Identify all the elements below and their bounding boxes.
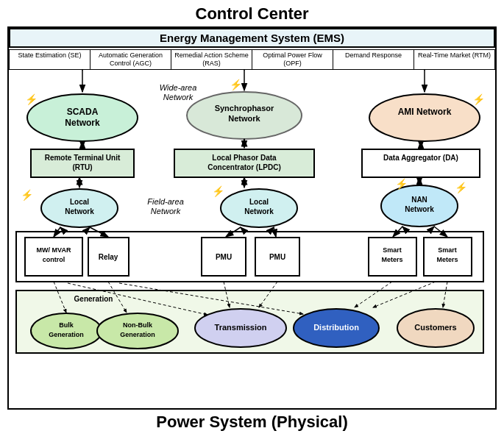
svg-text:Local: Local	[249, 198, 269, 206]
svg-line-102	[119, 283, 303, 314]
svg-text:NAN: NAN	[411, 196, 427, 204]
svg-point-93	[195, 309, 286, 347]
svg-point-41	[221, 189, 297, 227]
svg-line-81	[393, 227, 402, 237]
svg-text:(RTU): (RTU)	[72, 163, 92, 171]
svg-point-87	[31, 313, 102, 349]
svg-text:⚡: ⚡	[21, 189, 34, 202]
svg-line-99	[54, 282, 66, 313]
svg-rect-58	[25, 238, 82, 276]
svg-text:Local: Local	[70, 198, 89, 206]
svg-point-38	[41, 189, 118, 227]
power-title: Power System (Physical)	[0, 410, 504, 433]
svg-text:⚡: ⚡	[25, 93, 38, 106]
svg-text:Concentrator (LPDC): Concentrator (LPDC)	[207, 163, 280, 171]
svg-line-104	[259, 282, 277, 307]
ems-cell-agc: Automatic Generation Control (AGC)	[90, 50, 171, 69]
svg-text:Network: Network	[244, 207, 274, 215]
svg-text:Network: Network	[65, 118, 100, 128]
svg-point-8	[187, 92, 302, 139]
svg-point-97	[397, 309, 474, 347]
ems-cell-ras: Remedial Action Scheme (RAS)	[171, 50, 252, 69]
svg-rect-57	[16, 232, 483, 282]
svg-rect-61	[88, 238, 129, 276]
svg-line-80	[272, 227, 274, 229]
svg-point-95	[294, 309, 379, 347]
svg-line-103	[224, 282, 230, 307]
svg-text:PMU: PMU	[269, 253, 285, 261]
svg-text:⚡: ⚡	[212, 185, 225, 198]
svg-text:⚡: ⚡	[455, 182, 468, 194]
svg-text:MW/ MVAR: MW/ MVAR	[37, 246, 71, 254]
ems-cell-dr: Demand Response	[333, 50, 414, 69]
svg-text:Generation: Generation	[120, 331, 155, 338]
svg-text:Relay: Relay	[99, 253, 118, 261]
ems-cell-rtm: Real-Time Market (RTM)	[414, 50, 494, 69]
svg-text:Wide-area: Wide-area	[160, 83, 197, 92]
svg-point-44	[381, 185, 458, 227]
svg-text:Bulk: Bulk	[59, 321, 74, 329]
svg-rect-65	[255, 238, 299, 276]
svg-text:Generation: Generation	[74, 295, 113, 303]
ems-cell-opf: Optimal Power Flow (OPF)	[252, 50, 333, 69]
svg-line-101	[108, 282, 127, 313]
svg-text:Transmission: Transmission	[215, 323, 267, 332]
svg-text:AMI Network: AMI Network	[398, 107, 452, 117]
svg-text:Field-area: Field-area	[147, 197, 184, 206]
svg-line-83	[434, 227, 447, 237]
svg-text:PMU: PMU	[216, 253, 232, 261]
svg-line-73	[54, 227, 60, 237]
svg-text:⚡: ⚡	[472, 93, 486, 106]
svg-text:Network: Network	[65, 207, 94, 215]
svg-text:Local Phasor Data: Local Phasor Data	[212, 154, 277, 162]
svg-line-74	[60, 227, 62, 229]
svg-text:Network: Network	[405, 205, 434, 213]
svg-text:Meters: Meters	[436, 256, 458, 263]
svg-rect-25	[174, 149, 314, 177]
svg-text:SCADA: SCADA	[67, 107, 99, 117]
svg-text:Smart: Smart	[438, 246, 457, 254]
svg-line-107	[373, 282, 436, 307]
svg-point-11	[369, 94, 480, 141]
svg-rect-67	[369, 238, 416, 276]
svg-text:Network: Network	[151, 207, 181, 215]
svg-line-79	[274, 227, 276, 237]
svg-text:Synchrophasor: Synchrophasor	[215, 104, 274, 113]
svg-text:Customers: Customers	[414, 323, 456, 332]
svg-line-76	[88, 227, 90, 229]
svg-line-82	[402, 227, 404, 228]
svg-text:Meters: Meters	[381, 256, 402, 263]
page-title: Control Center	[0, 0, 504, 26]
svg-line-77	[226, 227, 241, 237]
ems-row: State Estimation (SE) Automatic Generati…	[9, 49, 495, 70]
svg-rect-22	[31, 149, 134, 177]
svg-rect-85	[16, 290, 483, 353]
svg-text:⚡: ⚡	[230, 79, 243, 91]
ems-cell-se: State Estimation (SE)	[10, 50, 90, 69]
svg-line-105	[355, 282, 392, 307]
svg-line-78	[241, 227, 242, 229]
svg-text:Distribution: Distribution	[313, 323, 359, 332]
svg-line-106	[443, 282, 447, 307]
svg-line-84	[433, 227, 434, 228]
svg-text:Network: Network	[228, 114, 260, 123]
svg-text:⚡: ⚡	[395, 178, 408, 190]
ems-box: Energy Management System (EMS)	[9, 28, 495, 48]
svg-line-75	[90, 227, 108, 237]
svg-text:Smart: Smart	[383, 246, 402, 254]
svg-rect-28	[362, 149, 480, 177]
svg-point-5	[27, 94, 138, 141]
svg-text:Network: Network	[163, 93, 194, 101]
svg-text:Data Aggregator (DA): Data Aggregator (DA)	[383, 154, 458, 162]
svg-rect-70	[424, 238, 472, 276]
svg-line-100	[68, 283, 207, 315]
svg-point-90	[97, 313, 178, 349]
svg-text:Non-Bulk: Non-Bulk	[123, 321, 153, 329]
svg-text:control: control	[43, 256, 65, 263]
svg-rect-63	[202, 238, 246, 276]
svg-text:Generation: Generation	[49, 331, 84, 338]
svg-text:Remote Terminal Unit: Remote Terminal Unit	[45, 154, 121, 162]
